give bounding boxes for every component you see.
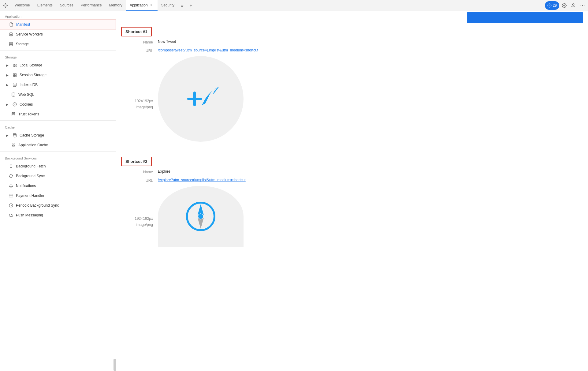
- issues-badge-button[interactable]: ! 29: [545, 1, 559, 10]
- expand-local-storage-icon[interactable]: ▶: [6, 64, 10, 67]
- svg-rect-7: [13, 64, 14, 65]
- indexeddb-icon: [12, 82, 17, 87]
- expand-cache-storage-icon[interactable]: ▶: [6, 134, 10, 137]
- tab-close-icon[interactable]: ×: [149, 3, 154, 8]
- main-layout: Application Manifest Service Workers Sto…: [0, 11, 588, 371]
- shortcut1-url-label: URL: [121, 48, 158, 53]
- expand-cookies-icon[interactable]: ▶: [6, 103, 10, 106]
- sidebar-item-notifications[interactable]: Notifications: [0, 181, 116, 191]
- svg-rect-10: [15, 66, 16, 67]
- sidebar-item-indexeddb[interactable]: ▶ IndexedDB: [0, 80, 116, 90]
- background-fetch-label: Background Fetch: [16, 164, 111, 168]
- sidebar-item-manifest[interactable]: Manifest: [0, 20, 116, 29]
- sidebar-item-local-storage[interactable]: ▶ Local Storage: [0, 60, 116, 70]
- svg-point-0: [5, 5, 6, 6]
- shortcut1-type-label: image/png: [121, 105, 153, 109]
- sidebar-item-service-workers[interactable]: Service Workers: [0, 29, 116, 39]
- section-application-title: Application: [0, 11, 116, 20]
- tab-sources[interactable]: Sources: [56, 0, 77, 11]
- svg-point-6: [9, 42, 13, 43]
- sidebar-item-trust-tokens[interactable]: Trust Tokens: [0, 109, 116, 119]
- periodic-background-sync-icon: [9, 203, 13, 208]
- sidebar-item-background-fetch[interactable]: Background Fetch: [0, 161, 116, 171]
- storage-app-label: Storage: [16, 42, 111, 46]
- sidebar-item-application-cache[interactable]: Application Cache: [0, 140, 116, 150]
- svg-point-5: [10, 34, 12, 35]
- svg-rect-14: [15, 75, 16, 77]
- background-sync-label: Background Sync: [16, 174, 111, 178]
- profile-button[interactable]: [569, 1, 578, 10]
- sidebar-item-push-messaging[interactable]: Push Messaging: [0, 210, 116, 220]
- session-storage-label: Session Storage: [20, 73, 111, 77]
- application-cache-label: Application Cache: [18, 143, 111, 147]
- shortcut2-name-value: Explore: [158, 169, 583, 174]
- sidebar-item-background-sync[interactable]: Background Sync: [0, 171, 116, 181]
- svg-rect-23: [12, 144, 13, 145]
- sidebar-item-periodic-background-sync[interactable]: Periodic Background Sync: [0, 200, 116, 210]
- web-sql-icon: [11, 92, 16, 97]
- cache-storage-icon: [12, 133, 17, 138]
- service-workers-label: Service Workers: [16, 32, 111, 36]
- trust-tokens-icon: [11, 112, 16, 117]
- sidebar: Application Manifest Service Workers Sto…: [0, 11, 116, 371]
- indexeddb-label: IndexedDB: [20, 83, 111, 87]
- push-messaging-label: Push Messaging: [16, 213, 111, 217]
- tab-welcome[interactable]: Welcome: [11, 0, 34, 11]
- shortcut2-type-label: image/png: [121, 223, 153, 227]
- shortcut2-url-row: URL /explore?utm_source=jumplist&utm_med…: [116, 176, 588, 185]
- sidebar-item-storage-app[interactable]: Storage: [0, 39, 116, 49]
- settings-button[interactable]: [560, 1, 568, 10]
- tab-bar: Welcome Elements Sources Performance Mem…: [0, 0, 588, 11]
- svg-rect-24: [14, 144, 15, 145]
- sidebar-item-web-sql[interactable]: Web SQL: [0, 90, 116, 99]
- svg-point-34: [198, 214, 203, 219]
- file-icon: [9, 22, 14, 27]
- sidebar-item-cache-storage[interactable]: ▶ Cache Storage: [0, 130, 116, 140]
- tab-application[interactable]: Application ×: [126, 0, 158, 11]
- sidebar-item-session-storage[interactable]: ▶ Session Storage: [0, 70, 116, 80]
- notifications-icon: [9, 183, 13, 188]
- add-tab-button[interactable]: +: [187, 0, 195, 11]
- tab-security[interactable]: Security: [158, 0, 178, 11]
- shortcut2-icon: [182, 198, 219, 235]
- expand-indexeddb-icon[interactable]: ▶: [6, 83, 10, 87]
- svg-rect-12: [15, 73, 16, 75]
- shortcut2-url-value[interactable]: /explore?utm_source=jumplist&utm_medium=…: [158, 178, 583, 182]
- local-storage-icon: [12, 63, 17, 68]
- svg-rect-13: [13, 75, 14, 77]
- sidebar-item-cookies[interactable]: ▶ Cookies: [0, 99, 116, 109]
- tab-performance[interactable]: Performance: [77, 0, 106, 11]
- more-tabs-button[interactable]: »: [178, 0, 187, 11]
- shortcut1-header: Shortcut #1: [121, 27, 152, 36]
- shortcut1-url-value[interactable]: /compose/tweet?utm_source=jumplist&utm_m…: [158, 48, 583, 52]
- svg-point-18: [14, 104, 14, 104]
- tab-elements[interactable]: Elements: [34, 0, 56, 11]
- section-cache-title: Cache: [0, 122, 116, 130]
- background-sync-icon: [9, 174, 13, 178]
- main-content: Shortcut #1 Name New Tweet URL /compose/…: [116, 11, 588, 371]
- shortcut1-name-value: New Tweet: [158, 39, 583, 44]
- shortcut1-label: Shortcut #1: [125, 29, 147, 34]
- local-storage-label: Local Storage: [20, 63, 111, 67]
- trust-tokens-label: Trust Tokens: [18, 112, 111, 116]
- session-storage-icon: [12, 73, 17, 77]
- svg-point-22: [13, 133, 17, 135]
- shortcut2-name-row: Name Explore: [116, 167, 588, 176]
- sidebar-item-payment-handler[interactable]: Payment Handler: [0, 191, 116, 200]
- storage-icon: [9, 42, 13, 47]
- svg-text:!: !: [549, 4, 550, 6]
- svg-point-20: [15, 105, 15, 105]
- shortcut2-url-label: URL: [121, 178, 158, 183]
- shortcut1-icon-container: [158, 56, 244, 142]
- svg-marker-35: [198, 204, 204, 215]
- shortcut1-size-label: 192×192px: [121, 99, 153, 103]
- application-cache-icon: [11, 143, 16, 148]
- more-options-button[interactable]: ⋯: [578, 1, 587, 10]
- periodic-background-sync-label: Periodic Background Sync: [16, 203, 111, 208]
- tab-memory[interactable]: Memory: [106, 0, 126, 11]
- push-messaging-icon: [9, 213, 13, 218]
- devtools-icon[interactable]: [1, 0, 10, 11]
- notifications-label: Notifications: [16, 184, 111, 188]
- expand-session-storage-icon[interactable]: ▶: [6, 73, 10, 77]
- svg-point-3: [564, 5, 565, 6]
